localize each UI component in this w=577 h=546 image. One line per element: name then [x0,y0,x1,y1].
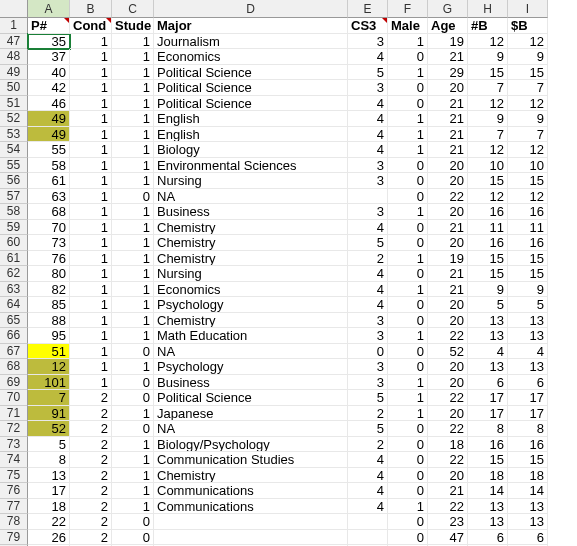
cell-A69[interactable]: 101 [28,375,70,391]
cell-I54[interactable]: 12 [508,142,548,158]
cell-B58[interactable]: 1 [70,204,112,220]
cell-D52[interactable]: English [154,111,348,127]
cell-H56[interactable]: 15 [468,173,508,189]
cell-H76[interactable]: 14 [468,483,508,499]
cell-B66[interactable]: 1 [70,328,112,344]
cell-G56[interactable]: 20 [428,173,468,189]
cell-B60[interactable]: 1 [70,235,112,251]
cell-G61[interactable]: 19 [428,251,468,267]
cell-B65[interactable]: 1 [70,313,112,329]
cell-A56[interactable]: 61 [28,173,70,189]
row-header-53[interactable]: 53 [0,127,28,143]
cell-F74[interactable]: 0 [388,452,428,468]
row-header-55[interactable]: 55 [0,158,28,174]
cell-C79[interactable]: 0 [112,530,154,546]
cell-B64[interactable]: 1 [70,297,112,313]
cell-H55[interactable]: 10 [468,158,508,174]
cell-E47[interactable]: 3 [348,34,388,50]
row-header-61[interactable]: 61 [0,251,28,267]
cell-G60[interactable]: 20 [428,235,468,251]
spreadsheet-grid[interactable]: ABCDEFGHI1P#CondStudeMajorCS3MaleAge#B$B… [0,0,577,546]
cell-D64[interactable]: Psychology [154,297,348,313]
cell-B63[interactable]: 1 [70,282,112,298]
cell-F62[interactable]: 0 [388,266,428,282]
row-header-73[interactable]: 73 [0,437,28,453]
cell-C64[interactable]: 1 [112,297,154,313]
cell-H75[interactable]: 18 [468,468,508,484]
cell-C58[interactable]: 1 [112,204,154,220]
cell-C59[interactable]: 1 [112,220,154,236]
cell-G57[interactable]: 22 [428,189,468,205]
cell-D62[interactable]: Nursing [154,266,348,282]
cell-D70[interactable]: Political Science [154,390,348,406]
cell-C67[interactable]: 0 [112,344,154,360]
cell-G77[interactable]: 22 [428,499,468,515]
row-header-54[interactable]: 54 [0,142,28,158]
cell-E56[interactable]: 3 [348,173,388,189]
header-cell-G[interactable]: Age [428,18,468,34]
cell-I60[interactable]: 16 [508,235,548,251]
cell-D58[interactable]: Business [154,204,348,220]
cell-F69[interactable]: 1 [388,375,428,391]
cell-H67[interactable]: 4 [468,344,508,360]
cell-A76[interactable]: 17 [28,483,70,499]
row-header-60[interactable]: 60 [0,235,28,251]
cell-H59[interactable]: 11 [468,220,508,236]
cell-D73[interactable]: Biology/Psychology [154,437,348,453]
col-header-I[interactable]: I [508,0,548,18]
cell-E76[interactable]: 4 [348,483,388,499]
cell-I58[interactable]: 16 [508,204,548,220]
cell-E67[interactable]: 0 [348,344,388,360]
cell-G64[interactable]: 20 [428,297,468,313]
cell-D49[interactable]: Political Science [154,65,348,81]
cell-D53[interactable]: English [154,127,348,143]
cell-A53[interactable]: 49 [28,127,70,143]
cell-H63[interactable]: 9 [468,282,508,298]
cell-H48[interactable]: 9 [468,49,508,65]
cell-I61[interactable]: 15 [508,251,548,267]
cell-D51[interactable]: Political Science [154,96,348,112]
cell-F58[interactable]: 1 [388,204,428,220]
cell-F60[interactable]: 0 [388,235,428,251]
cell-F51[interactable]: 0 [388,96,428,112]
cell-H70[interactable]: 17 [468,390,508,406]
cell-C75[interactable]: 1 [112,468,154,484]
cell-C60[interactable]: 1 [112,235,154,251]
cell-I59[interactable]: 11 [508,220,548,236]
cell-C48[interactable]: 1 [112,49,154,65]
cell-H54[interactable]: 12 [468,142,508,158]
cell-G63[interactable]: 21 [428,282,468,298]
row-header-64[interactable]: 64 [0,297,28,313]
cell-F50[interactable]: 0 [388,80,428,96]
cell-F70[interactable]: 1 [388,390,428,406]
col-header-B[interactable]: B [70,0,112,18]
cell-G59[interactable]: 21 [428,220,468,236]
cell-I64[interactable]: 5 [508,297,548,313]
cell-B52[interactable]: 1 [70,111,112,127]
col-header-A[interactable]: A [28,0,70,18]
cell-C70[interactable]: 0 [112,390,154,406]
cell-E61[interactable]: 2 [348,251,388,267]
cell-B59[interactable]: 1 [70,220,112,236]
cell-A71[interactable]: 91 [28,406,70,422]
cell-E49[interactable]: 5 [348,65,388,81]
cell-B70[interactable]: 2 [70,390,112,406]
cell-D77[interactable]: Communications [154,499,348,515]
cell-E70[interactable]: 5 [348,390,388,406]
cell-D63[interactable]: Economics [154,282,348,298]
cell-E60[interactable]: 5 [348,235,388,251]
row-header-63[interactable]: 63 [0,282,28,298]
cell-B72[interactable]: 2 [70,421,112,437]
row-header-56[interactable]: 56 [0,173,28,189]
cell-D66[interactable]: Math Education [154,328,348,344]
cell-B53[interactable]: 1 [70,127,112,143]
cell-A52[interactable]: 49 [28,111,70,127]
cell-F49[interactable]: 1 [388,65,428,81]
cell-I48[interactable]: 9 [508,49,548,65]
cell-C53[interactable]: 1 [112,127,154,143]
cell-B68[interactable]: 1 [70,359,112,375]
header-cell-I[interactable]: $B [508,18,548,34]
header-cell-H[interactable]: #B [468,18,508,34]
cell-F72[interactable]: 0 [388,421,428,437]
cell-A47[interactable]: 35 [28,34,70,50]
